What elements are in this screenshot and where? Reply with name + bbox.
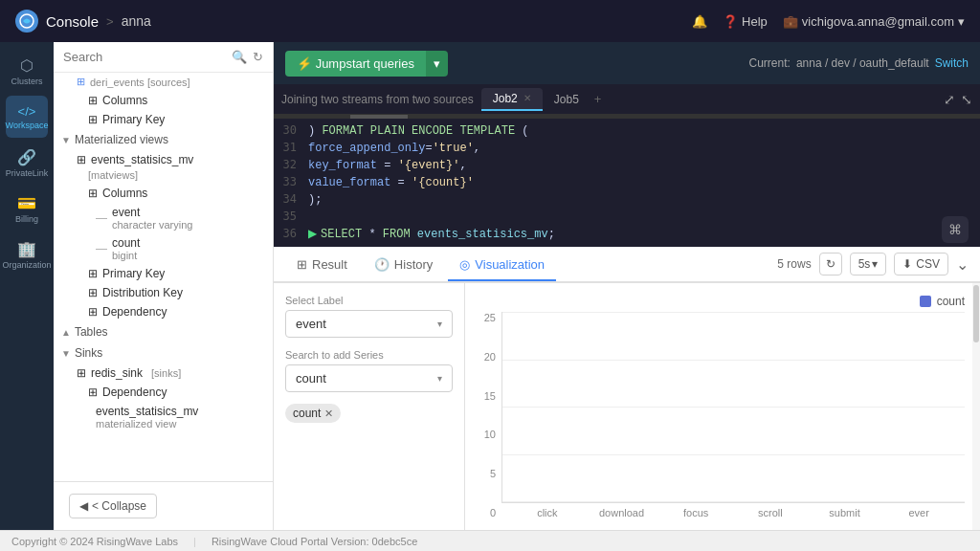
more-options-button[interactable]: ⌄ xyxy=(956,255,969,274)
result-tab[interactable]: ⊞ Result xyxy=(285,250,359,281)
expand-icon-sdep: ⊞ xyxy=(88,386,98,399)
expand-button[interactable]: ⤢ xyxy=(944,92,955,107)
code-line-35: 35 xyxy=(274,209,980,226)
code-line-36: 36 ▶ SELECT * FROM events_statisics_mv; xyxy=(274,226,980,243)
add-tab-button[interactable]: + xyxy=(590,88,606,110)
remove-series-tag[interactable]: ✕ xyxy=(324,408,333,420)
shrink-button[interactable]: ⤡ xyxy=(961,92,972,107)
sink-dep-value-item[interactable]: events_statisics_mv materialized view xyxy=(54,402,273,432)
x-label-download: download xyxy=(588,503,657,518)
collapse-icon: ◀ xyxy=(79,499,88,513)
keyboard-shortcut-icon[interactable]: ⌘ xyxy=(942,216,969,243)
series-tag-count: count ✕ xyxy=(285,404,341,423)
rows-count: 5 rows xyxy=(777,257,811,271)
sidebar-bottom: ◀ < Collapse xyxy=(54,481,273,530)
results-tabs: ⊞ Result 🕐 History ◎ Visualization 5 row… xyxy=(274,247,980,283)
tables-section[interactable]: ▲ Tables xyxy=(54,321,273,342)
search-icon[interactable]: 🔍 xyxy=(232,50,247,64)
app-title: Console xyxy=(46,13,99,30)
mv-item[interactable]: ⊞ events_statisics_mv xyxy=(54,150,273,169)
jumpstart-button[interactable]: ⚡ Jumpstart queries xyxy=(285,51,426,77)
sidebar-item-organization[interactable]: 🏢 Organization xyxy=(6,233,48,276)
mv-primarykey-item[interactable]: ⊞ Primary Key xyxy=(54,264,273,283)
sink-icon: ⊞ xyxy=(77,366,86,380)
sidebar-item-workspace[interactable]: </> Workspace xyxy=(6,96,48,138)
search-series-group: Search to add Series count ▾ xyxy=(285,349,453,392)
mv-columns-item[interactable]: ⊞ Columns xyxy=(54,184,273,203)
visualization-tab-icon: ◎ xyxy=(459,257,470,272)
download-icon: ⬇ xyxy=(902,257,912,271)
sidebar-item-billing[interactable]: 💳 Billing xyxy=(6,187,48,230)
result-tab-icon: ⊞ xyxy=(297,257,307,272)
scroll-thumb-right xyxy=(973,285,979,342)
mv-meta: [matviews] xyxy=(54,169,273,184)
series-tags: count ✕ xyxy=(285,404,453,423)
column-icon: — xyxy=(96,211,107,225)
sink-item[interactable]: ⊞ redis_sink [sinks] xyxy=(54,364,273,383)
refresh-icon[interactable]: ↻ xyxy=(253,50,263,64)
history-tab[interactable]: 🕐 History xyxy=(363,250,444,281)
notifications-button[interactable]: 🔔 xyxy=(692,14,707,29)
x-label-ever: ever xyxy=(884,503,953,518)
topbar-left: Console > anna xyxy=(15,10,151,33)
column-icon-2: — xyxy=(96,242,107,255)
materialized-views-section[interactable]: ▼ Materialized views xyxy=(54,129,273,150)
editor-tab-job5[interactable]: Job5 xyxy=(543,89,590,110)
results-actions: 5 rows ↻ 5s ▾ ⬇ CSV ⌄ xyxy=(777,253,969,276)
results-area: ⊞ Result 🕐 History ◎ Visualization 5 row… xyxy=(274,247,980,530)
bars-container: click download focus scroll submit ever xyxy=(501,312,965,518)
column-event-item[interactable]: — event character varying xyxy=(54,203,273,233)
close-tab-job2[interactable]: ✕ xyxy=(523,93,531,103)
sidebar-item-privatelink[interactable]: 🔗 PrivateLink xyxy=(6,142,48,184)
sink-dependency-item[interactable]: ⊞ Dependency xyxy=(54,383,273,402)
content-header: ⚡ Jumpstart queries ▾ Current: anna / de… xyxy=(274,42,980,84)
series-select[interactable]: count ▾ xyxy=(285,364,453,392)
tree-primarykey-top-item[interactable]: ⊞ Primary Key xyxy=(54,110,273,129)
run-indicator[interactable]: ▶ xyxy=(308,227,317,240)
chart-area: count 25 20 15 10 5 0 xyxy=(465,283,972,530)
tree-columns-item[interactable]: ⊞ Columns xyxy=(54,91,273,110)
expand-icon-dk: ⊞ xyxy=(88,286,98,299)
footer: Copyright © 2024 RisingWave Labs | Risin… xyxy=(0,530,980,551)
footer-version: RisingWave Cloud Portal Version: 0debc5c… xyxy=(212,536,417,547)
editor-tabs: Joining two streams from two sources Job… xyxy=(274,84,980,115)
app-logo xyxy=(15,10,38,33)
sidebar-item-clusters[interactable]: ⬡ Clusters xyxy=(6,50,48,92)
code-line-34: 34 ); xyxy=(274,191,980,209)
visualization-tab[interactable]: ◎ Visualization xyxy=(448,250,556,281)
tree-parent-item[interactable]: ⊞ deri_events [sources] xyxy=(54,73,273,91)
mv-distributionkey-item[interactable]: ⊞ Distribution Key xyxy=(54,283,273,302)
main-layout: ⬡ Clusters </> Workspace 🔗 PrivateLink 💳… xyxy=(0,42,980,530)
chevron-down-icon-interval: ▾ xyxy=(872,257,878,271)
user-menu-button[interactable]: 💼 vichigova.anna@gmail.com ▾ xyxy=(783,14,965,29)
bars-row xyxy=(502,312,965,502)
mv-dependency-item[interactable]: ⊞ Dependency xyxy=(54,302,273,321)
column-count-item[interactable]: — count bigint xyxy=(54,233,273,264)
interval-button[interactable]: 5s ▾ xyxy=(850,253,887,276)
editor-body[interactable]: 30 ) FORMAT PLAIN ENCODE TEMPLATE ( 31 f… xyxy=(274,119,980,247)
collapse-button[interactable]: ◀ < Collapse xyxy=(69,494,157,518)
jumpstart-arrow-button[interactable]: ▾ xyxy=(426,51,448,77)
csv-export-button[interactable]: ⬇ CSV xyxy=(894,253,948,276)
organization-icon: 🏢 xyxy=(17,240,36,258)
chevron-down-icon-series: ▾ xyxy=(437,373,442,384)
x-axis-labels: click download focus scroll submit ever xyxy=(501,503,965,518)
editor-title-text: Joining two streams from two sources xyxy=(281,93,474,106)
bars-wrapper xyxy=(501,312,965,503)
x-label-focus: focus xyxy=(661,503,730,518)
editor-tab-job2[interactable]: Job2 ✕ xyxy=(481,88,543,111)
viz-area: Select Label event ▾ Search to add Serie… xyxy=(274,283,980,530)
history-tab-icon: 🕐 xyxy=(374,257,390,272)
switch-button[interactable]: Switch xyxy=(935,56,969,70)
search-input[interactable] xyxy=(63,50,226,64)
sinks-section[interactable]: ▼ Sinks xyxy=(54,342,273,364)
help-button[interactable]: ❓ Help xyxy=(723,14,768,29)
jumpstart-icon: ⚡ xyxy=(297,56,312,71)
editor-wrapper: Joining two streams from two sources Job… xyxy=(274,84,980,247)
expand-icon-pk: ⊞ xyxy=(88,113,98,126)
right-scrollbar[interactable] xyxy=(972,283,980,530)
refresh-results-button[interactable]: ↻ xyxy=(819,253,842,276)
privatelink-icon: 🔗 xyxy=(17,148,36,166)
x-label-scroll: scroll xyxy=(736,503,805,518)
label-select[interactable]: event ▾ xyxy=(285,310,453,338)
